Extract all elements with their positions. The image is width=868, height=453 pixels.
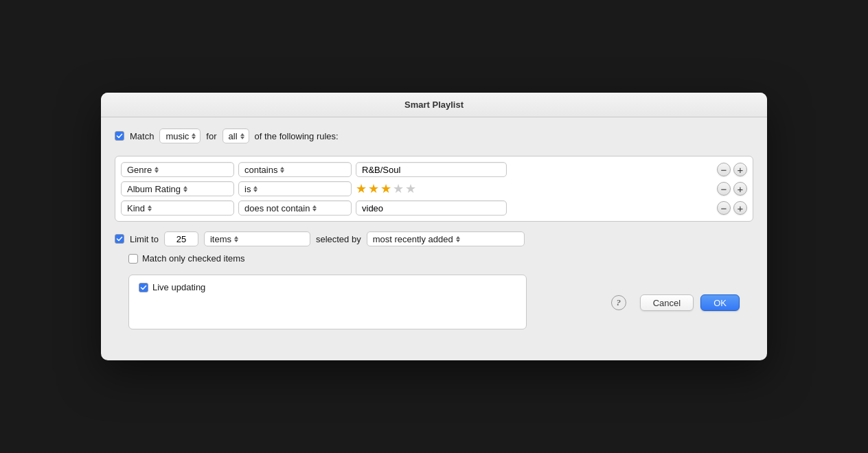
limit-number-input[interactable]	[164, 231, 198, 246]
kind-rule-buttons: − +	[717, 201, 747, 215]
chevron-up-icon	[456, 236, 460, 239]
plus-icon: +	[738, 165, 744, 175]
items-select-value: items	[210, 234, 231, 244]
music-select[interactable]: music	[159, 128, 201, 143]
chevron-down-icon	[312, 209, 317, 211]
music-select-chevrons	[192, 133, 196, 139]
star-3[interactable]: ★	[380, 183, 391, 195]
genre-condition-chevrons	[280, 167, 284, 173]
help-button[interactable]: ?	[611, 295, 626, 310]
help-icon: ?	[616, 297, 621, 308]
all-select[interactable]: all	[222, 128, 249, 143]
album-rating-rule-buttons: − +	[717, 182, 747, 196]
genre-value-input[interactable]	[356, 162, 507, 177]
chevron-down-icon	[253, 189, 258, 192]
genre-field-select[interactable]: Genre	[121, 162, 234, 177]
album-rating-condition-chevrons	[253, 186, 258, 192]
chevron-up-icon	[240, 133, 244, 136]
live-updating-label: Live updating	[152, 282, 205, 292]
chevron-up-icon	[312, 205, 317, 208]
genre-condition-value: contains	[244, 165, 277, 175]
chevron-up-icon	[148, 205, 152, 208]
ok-button[interactable]: OK	[700, 294, 740, 311]
kind-field-select[interactable]: Kind	[121, 200, 234, 216]
album-rating-condition-value: is	[244, 184, 251, 194]
chevron-up-icon	[192, 133, 196, 136]
rules-label: of the following rules:	[255, 131, 339, 141]
music-select-value: music	[165, 131, 189, 141]
kind-condition-chevrons	[312, 205, 317, 211]
bottom-row: Match only checked items Live updating ?	[115, 253, 753, 329]
album-rating-add-button[interactable]: +	[733, 182, 747, 196]
genre-field-value: Genre	[127, 165, 152, 175]
chevron-down-icon	[456, 240, 460, 242]
chevron-down-icon	[280, 170, 284, 173]
for-label: for	[206, 131, 216, 141]
smart-playlist-dialog: Smart Playlist Match music for all	[101, 93, 767, 360]
match-checkbox[interactable]	[115, 131, 124, 141]
match-checked-label: Match only checked items	[142, 253, 245, 264]
kind-remove-button[interactable]: −	[717, 201, 731, 215]
match-checked-checkbox[interactable]	[128, 254, 138, 264]
star-4[interactable]: ★	[393, 183, 404, 195]
kind-value-input[interactable]	[356, 200, 507, 216]
limit-label: Limit to	[130, 234, 159, 244]
kind-add-button[interactable]: +	[733, 201, 747, 215]
chevron-down-icon	[183, 189, 187, 192]
rule-row-genre: Genre contains −	[121, 162, 747, 177]
kind-condition-value: does not contain	[244, 203, 310, 213]
album-rating-chevrons	[183, 186, 187, 192]
chevron-up-icon	[234, 236, 238, 239]
chevron-up-icon	[280, 167, 284, 170]
limit-row: Limit to items selected by most recently…	[115, 231, 753, 246]
chevron-down-icon	[234, 240, 238, 242]
genre-rule-buttons: − +	[717, 163, 747, 176]
album-rating-condition-select[interactable]: is	[238, 181, 352, 196]
rule-row-album-rating: Album Rating is ★ ★ ★	[121, 181, 747, 196]
chevron-up-icon	[155, 167, 159, 170]
kind-condition-select[interactable]: does not contain	[238, 200, 352, 216]
live-updating-row: Live updating	[139, 282, 516, 292]
minus-icon: −	[721, 203, 727, 213]
star-1[interactable]: ★	[356, 183, 367, 195]
rules-section: Genre contains −	[115, 156, 753, 222]
genre-chevrons	[155, 167, 159, 173]
live-updating-checkbox[interactable]	[139, 283, 148, 292]
minus-icon: −	[721, 184, 727, 194]
recently-added-chevrons	[456, 236, 460, 242]
chevron-up-icon	[183, 186, 187, 189]
match-checked-row: Match only checked items	[128, 253, 527, 264]
chevron-up-icon	[253, 186, 258, 189]
genre-condition-select[interactable]: contains	[238, 162, 352, 177]
star-2[interactable]: ★	[368, 183, 379, 195]
kind-chevrons	[148, 205, 152, 211]
genre-remove-button[interactable]: −	[717, 163, 731, 176]
album-rating-remove-button[interactable]: −	[717, 182, 731, 196]
minus-icon: −	[721, 165, 727, 175]
chevron-down-icon	[240, 137, 244, 139]
title-bar: Smart Playlist	[101, 93, 767, 117]
star-5[interactable]: ★	[405, 183, 416, 195]
plus-icon: +	[738, 203, 744, 213]
cancel-button[interactable]: Cancel	[640, 294, 694, 311]
album-rating-field-select[interactable]: Album Rating	[121, 181, 234, 196]
chevron-down-icon	[155, 170, 159, 173]
recently-added-value: most recently added	[373, 234, 453, 244]
plus-icon: +	[738, 184, 744, 194]
star-rating[interactable]: ★ ★ ★ ★ ★	[356, 183, 713, 195]
rule-row-kind: Kind does not contain −	[121, 200, 747, 216]
genre-add-button[interactable]: +	[733, 163, 747, 176]
selected-by-label: selected by	[316, 234, 361, 244]
chevron-down-icon	[192, 137, 196, 139]
items-select[interactable]: items	[204, 231, 310, 246]
limit-checkbox[interactable]	[115, 234, 124, 244]
all-select-chevrons	[240, 133, 244, 139]
left-options: Match only checked items Live updating	[128, 253, 527, 329]
recently-added-select[interactable]: most recently added	[367, 231, 525, 246]
options-box: Live updating	[128, 275, 527, 329]
items-chevrons	[234, 236, 238, 242]
all-select-value: all	[229, 131, 238, 141]
match-label: Match	[130, 131, 154, 141]
kind-field-value: Kind	[127, 203, 145, 213]
match-row: Match music for all of the following rul…	[115, 128, 753, 143]
